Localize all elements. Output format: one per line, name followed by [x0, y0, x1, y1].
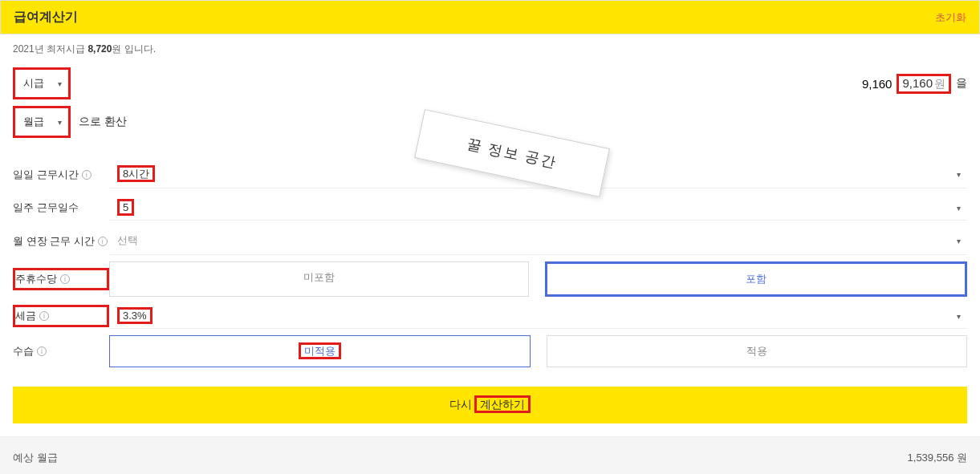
probation-off[interactable]: 미적용: [109, 335, 531, 367]
info-icon[interactable]: i: [98, 237, 108, 246]
wage-row: 시급 9,160 원 을: [13, 67, 967, 99]
page-title: 급여계산기: [14, 9, 78, 26]
tax-label: 세금: [15, 309, 36, 323]
pay-type-select[interactable]: 시급: [13, 67, 71, 99]
wage-suffix: 을: [956, 76, 967, 91]
results-panel: 예상 월급1,539,556 원 예상 주휴수당(+) 307,911 원 예상…: [0, 436, 980, 474]
overtime-row: 월 연장 근무 시간i 선택: [13, 227, 967, 255]
min-wage-note: 2021년 최저시급 8,720원 입니다.: [0, 34, 980, 64]
info-icon[interactable]: i: [82, 170, 91, 180]
probation-on[interactable]: 적용: [547, 335, 968, 367]
daily-hours-label: 일일 근무시간: [13, 168, 79, 182]
overtime-select[interactable]: 선택: [109, 227, 967, 255]
tax-select[interactable]: 3.3%: [109, 303, 967, 329]
holiday-pay-include[interactable]: 포함: [545, 261, 968, 297]
week-days-label: 일주 근무일수: [13, 201, 79, 215]
est-monthly-label: 예상 월급: [13, 451, 58, 465]
daily-hours-select[interactable]: 8시간: [109, 160, 967, 188]
week-days-row: 일주 근무일수 5: [13, 195, 967, 221]
week-days-select[interactable]: 5: [109, 195, 967, 221]
probation-label: 수습: [13, 344, 34, 359]
holiday-pay-label: 주휴수당: [15, 272, 57, 286]
overtime-label: 월 연장 근무 시간: [13, 234, 95, 249]
est-monthly-value: 1,539,556 원: [908, 451, 967, 465]
calculate-button[interactable]: 다시 계산하기: [13, 387, 967, 423]
wage-input[interactable]: [71, 71, 897, 97]
daily-hours-row: 일일 근무시간i 8시간: [13, 160, 967, 188]
probation-row: 수습i 미적용 적용: [13, 335, 967, 367]
convert-suffix: 으로 환산: [79, 115, 127, 129]
holiday-pay-row: 주휴수당i 미포함 포함: [13, 261, 967, 297]
info-icon[interactable]: i: [39, 311, 49, 321]
header-bar: 급여계산기 초기화: [0, 0, 980, 34]
reset-button[interactable]: 초기화: [935, 10, 966, 25]
info-icon[interactable]: i: [60, 274, 70, 284]
wage-value-display: 9,160: [902, 76, 933, 90]
tax-row: 세금i 3.3%: [13, 303, 967, 329]
convert-row: 월급 으로 환산: [13, 106, 967, 138]
info-icon[interactable]: i: [37, 346, 47, 356]
wage-unit: 원: [934, 77, 945, 91]
convert-to-select[interactable]: 월급: [13, 106, 71, 138]
holiday-pay-exclude[interactable]: 미포함: [109, 261, 529, 297]
